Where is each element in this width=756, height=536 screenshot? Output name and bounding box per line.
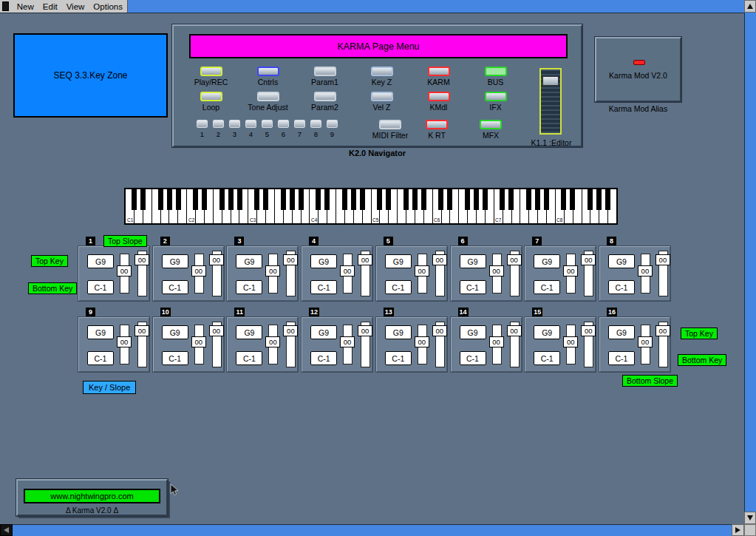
zone-value-a[interactable]: 00 xyxy=(415,336,429,347)
zone-value-a[interactable]: 00 xyxy=(340,265,355,277)
zone-value-a[interactable]: 00 xyxy=(117,336,132,347)
cntrls-button[interactable] xyxy=(257,67,279,76)
black-key[interactable] xyxy=(140,189,146,210)
black-key[interactable] xyxy=(377,189,382,210)
scroll-left-button[interactable] xyxy=(0,524,13,536)
zone-value-a[interactable]: 00 xyxy=(638,336,653,347)
black-key[interactable] xyxy=(561,189,566,210)
zone-top-key-value[interactable]: G9 xyxy=(236,325,262,339)
zone-value-a[interactable]: 00 xyxy=(265,336,280,347)
zone-bottom-key-value[interactable]: C-1 xyxy=(385,351,412,365)
black-key[interactable] xyxy=(412,189,418,210)
vertical-scrollbar[interactable] xyxy=(744,0,756,536)
zone-value-a[interactable]: 00 xyxy=(489,336,504,347)
zone-top-key-value[interactable]: G9 xyxy=(385,254,412,268)
zone-value-b[interactable]: 00 xyxy=(134,325,149,336)
zone-top-key-value[interactable]: G9 xyxy=(87,325,114,339)
zone-value-b[interactable]: 00 xyxy=(283,325,298,336)
zone-value-a[interactable]: 00 xyxy=(563,336,578,347)
zone-bottom-key-value[interactable]: C-1 xyxy=(534,351,560,365)
zone-top-key-value[interactable]: G9 xyxy=(608,325,635,339)
menu-item-view[interactable]: View xyxy=(62,2,89,11)
zone-bottom-key-value[interactable]: C-1 xyxy=(460,351,486,365)
zone-top-key-value[interactable]: G9 xyxy=(87,254,114,268)
zone-top-key-value[interactable]: G9 xyxy=(310,325,337,339)
zone-bottom-key-value[interactable]: C-1 xyxy=(460,280,486,294)
black-key[interactable] xyxy=(158,189,163,210)
black-key[interactable] xyxy=(281,189,286,210)
midi-filter-button[interactable] xyxy=(379,120,401,129)
zone-top-key-value[interactable]: G9 xyxy=(460,254,486,268)
zone-value-b[interactable]: 00 xyxy=(432,254,447,265)
zone-value-a[interactable]: 00 xyxy=(191,265,206,277)
karma-number-button[interactable] xyxy=(197,120,208,128)
zone-top-key-value[interactable]: G9 xyxy=(608,254,635,268)
zone-value-b[interactable]: 00 xyxy=(655,254,670,265)
editor-fader[interactable] xyxy=(539,68,562,135)
black-key[interactable] xyxy=(447,189,452,210)
fader-handle[interactable] xyxy=(542,76,559,86)
zone-value-b[interactable]: 00 xyxy=(358,325,372,336)
black-key[interactable] xyxy=(360,189,365,210)
black-key[interactable] xyxy=(254,189,259,210)
k-rt-button[interactable] xyxy=(426,120,448,129)
zone-top-key-value[interactable]: G9 xyxy=(236,254,262,268)
zone-value-a[interactable]: 00 xyxy=(191,336,206,347)
black-key[interactable] xyxy=(167,189,172,210)
zone-value-b[interactable]: 00 xyxy=(209,325,224,336)
black-key[interactable] xyxy=(526,189,531,210)
black-key[interactable] xyxy=(290,189,295,210)
zone-top-key-value[interactable]: G9 xyxy=(310,254,337,268)
zone-value-b[interactable]: 00 xyxy=(432,325,447,336)
black-key[interactable] xyxy=(202,189,207,210)
black-key[interactable] xyxy=(535,189,540,210)
black-key[interactable] xyxy=(500,189,505,210)
black-key[interactable] xyxy=(228,189,234,210)
scroll-right-button[interactable] xyxy=(732,524,744,536)
karma-number-button[interactable] xyxy=(229,120,240,128)
zone-value-a[interactable]: 00 xyxy=(340,336,355,347)
black-key[interactable] xyxy=(544,189,549,210)
param2-button[interactable] xyxy=(314,92,336,101)
black-key[interactable] xyxy=(342,189,347,210)
zone-top-key-value[interactable]: G9 xyxy=(162,254,188,268)
zone-value-a[interactable]: 00 xyxy=(117,265,132,277)
play-rec-button[interactable] xyxy=(200,67,222,76)
zone-value-b[interactable]: 00 xyxy=(283,254,298,265)
zone-value-b[interactable]: 00 xyxy=(507,325,522,336)
karma-number-button[interactable] xyxy=(278,120,289,128)
website-link-button[interactable]: www.nightwingpro.com xyxy=(24,489,160,503)
zone-top-key-value[interactable]: G9 xyxy=(534,254,560,268)
karma-number-button[interactable] xyxy=(245,120,256,128)
black-key[interactable] xyxy=(588,189,593,210)
tone-adjust-button[interactable] xyxy=(257,92,279,101)
zone-value-b[interactable]: 00 xyxy=(358,254,372,265)
black-key[interactable] xyxy=(299,189,304,210)
menu-item-new[interactable]: New xyxy=(13,2,38,11)
zone-value-b[interactable]: 00 xyxy=(507,254,522,265)
horizontal-scroll-track[interactable] xyxy=(13,524,732,536)
black-key[interactable] xyxy=(263,189,268,210)
menu-item-options[interactable]: Options xyxy=(89,2,127,11)
black-key[interactable] xyxy=(438,189,443,210)
black-key[interactable] xyxy=(403,189,409,210)
loop-button[interactable] xyxy=(200,92,222,101)
black-key[interactable] xyxy=(508,189,514,210)
black-key[interactable] xyxy=(176,189,181,210)
bus-button[interactable] xyxy=(485,67,507,76)
zone-value-b[interactable]: 00 xyxy=(134,254,149,265)
karma-mod-alias-panel[interactable]: Karma Mod V2.0 xyxy=(595,37,681,102)
zone-bottom-key-value[interactable]: C-1 xyxy=(385,280,412,294)
zone-bottom-key-value[interactable]: C-1 xyxy=(87,280,114,294)
scroll-down-button[interactable] xyxy=(744,512,756,524)
karma-number-button[interactable] xyxy=(310,120,321,128)
black-key[interactable] xyxy=(483,189,488,210)
black-key[interactable] xyxy=(570,189,575,210)
mfx-button[interactable] xyxy=(480,120,502,129)
black-key[interactable] xyxy=(474,189,479,210)
black-key[interactable] xyxy=(465,189,470,210)
zone-top-key-value[interactable]: G9 xyxy=(385,325,412,339)
black-key[interactable] xyxy=(237,189,242,210)
zone-bottom-key-value[interactable]: C-1 xyxy=(608,280,635,294)
scroll-up-button[interactable] xyxy=(744,0,756,13)
